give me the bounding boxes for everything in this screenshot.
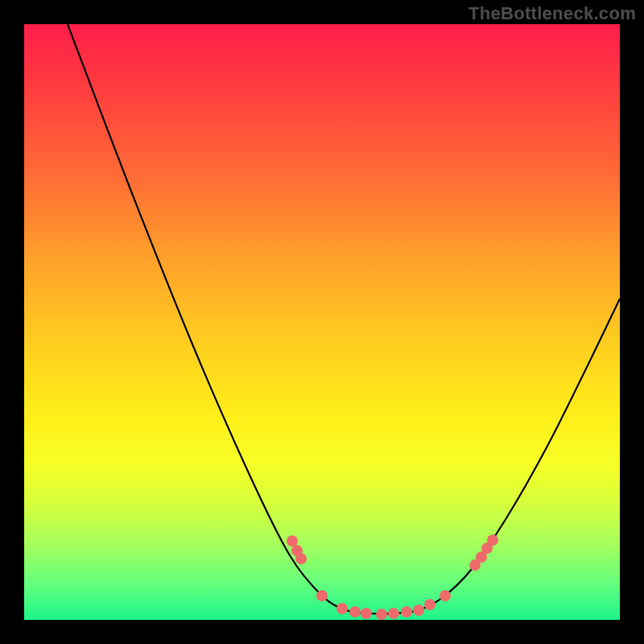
- chart-gradient-background: [24, 24, 620, 620]
- watermark-text: TheBottleneck.com: [469, 3, 636, 24]
